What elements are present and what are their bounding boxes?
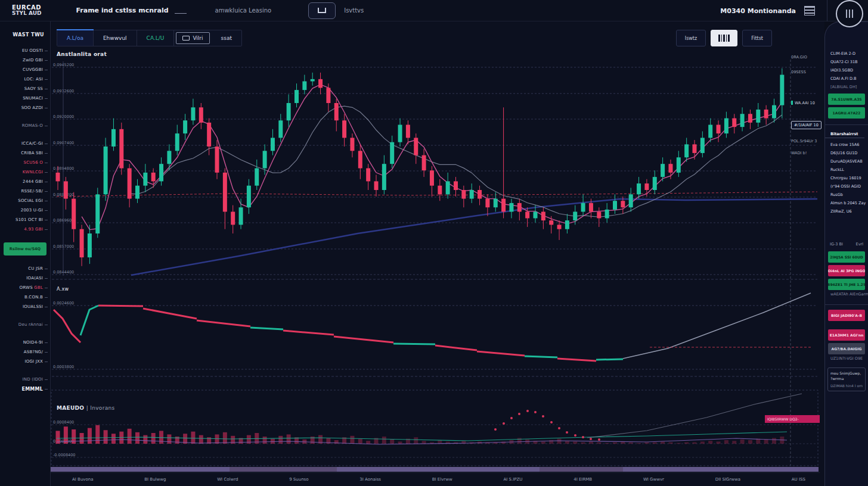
time-axis-label: DII SIGrwwa <box>715 477 740 482</box>
toolbar-barcode-button[interactable] <box>711 30 737 46</box>
panel-text: UZ1IN?I-VGI O9E <box>825 354 868 363</box>
price-label: 09SESS <box>791 70 806 74</box>
nav-item-secondary[interactable]: amwkluica Leasino <box>215 7 272 14</box>
watchlist-item[interactable]: IOA(ASI <box>0 273 50 283</box>
price-label: WA.AAI 10 <box>791 101 815 105</box>
panel-divider <box>825 304 868 305</box>
watchlist-item[interactable]: CRIBA SBI <box>0 148 50 158</box>
toolbar-left-button[interactable]: Iswtz <box>676 30 706 46</box>
time-axis-label: 9 Suunso <box>289 477 308 482</box>
watchlist-item[interactable]: NOID4-9I <box>0 338 50 347</box>
nav-input-underline[interactable] <box>175 8 187 14</box>
tab-1[interactable]: A.L/oa <box>57 30 94 46</box>
watchlist-item[interactable]: SAOY SS <box>0 84 50 94</box>
tab-3[interactable]: CA.L/U <box>137 30 175 46</box>
time-axis-label: AI S.IPZU <box>503 477 522 482</box>
watchlist-item[interactable]: S101 OCT BI <box>0 215 50 225</box>
pane3-label: MAEUDO | Invorans <box>57 405 114 411</box>
watchlist-item[interactable]: B.CON.B <box>0 292 50 302</box>
panel-text: RuckLL <box>825 166 868 174</box>
watchlist-item[interactable]: ZwID GBI <box>0 55 50 65</box>
watchlist-item[interactable]: ICCA/C-GI <box>0 139 50 148</box>
tab-5[interactable]: ssat <box>212 30 241 46</box>
watchlist-item[interactable]: SOCIAL EGI <box>0 196 50 205</box>
watchlist-item[interactable]: IOGI JXX <box>0 357 50 366</box>
svg-text:0.0894800: 0.0894800 <box>53 166 74 171</box>
watchlist-header: WAST TWU <box>0 32 50 38</box>
watchlist-item[interactable]: 2444 GBI <box>0 177 50 186</box>
time-axis-label: 3I Aonaiss <box>359 477 381 482</box>
logo-line2: STYL AUD <box>12 11 41 16</box>
panel-text: Almsn b 2045 Zay <box>825 199 868 207</box>
watchlist-item[interactable]: CUVGGBI <box>0 65 50 74</box>
watchlist-item[interactable]: CU JSR <box>0 264 50 273</box>
watchlist-action-button[interactable]: Rsilow ou/S4Q <box>4 242 46 256</box>
watchlist-item[interactable]: EU ODSTI <box>0 46 50 55</box>
account-grid-icon[interactable] <box>804 6 815 15</box>
panel-button-crimson[interactable]: Oi4nL AI 3PG iNGO <box>828 265 865 276</box>
chart-title: Anstlanlita orat <box>57 51 107 57</box>
tab-2[interactable]: Ehwwvul <box>94 30 137 46</box>
time-axis-label: WI Gwwvr <box>643 477 664 482</box>
order-panel: CLIM-EIA 2-DQUA?2-CI 31BIADI3.5GBDCDAI A… <box>824 21 868 486</box>
panel-button-green[interactable]: 1AGRU.47A22 <box>828 107 865 119</box>
watchlist-item[interactable]: SNUMACI <box>0 94 50 103</box>
time-axis-label: BI Bulwwg <box>144 477 166 482</box>
panel-text: CLIM-EIA 2-D <box>825 49 868 58</box>
pane2-label: A.xw <box>57 286 69 292</box>
tab-4[interactable]: Vilri <box>176 32 209 44</box>
watchlist-item[interactable]: IOUALSSI <box>0 302 50 311</box>
panel-text: RusGb <box>825 191 868 199</box>
panel-button-green[interactable]: B94ZE1 TI JHE 1.25 <box>828 279 865 290</box>
svg-text:0.0932600: 0.0932600 <box>53 89 74 94</box>
watchlist-item[interactable]: 4.93 GBI <box>0 225 50 234</box>
nav-item-primary[interactable]: Frame ind cstlss mcnrald <box>76 7 168 14</box>
panel-text: CDAI A.FI D.B <box>825 74 868 83</box>
panel-text: ZIIRwZ, U6 <box>825 207 868 216</box>
camera-icon <box>182 36 190 40</box>
watchlist-item[interactable]: IND (IDOI <box>0 375 50 384</box>
panel-note-box[interactable]: mou SnimjGuwp,?wrrmaDZIMAB hin4 I orn <box>827 367 866 391</box>
watchlist-item[interactable]: SCU56 O <box>0 158 50 167</box>
watchlist-item[interactable]: SOO AZDI <box>0 103 50 113</box>
watchlist-item[interactable]: 2003 U-GI <box>0 205 50 215</box>
chart-canvas[interactable]: 0.09452000.09326000.09200000.09074000.08… <box>51 51 820 472</box>
toolbar-right-button[interactable]: Fittst <box>742 30 772 46</box>
watchlist-item[interactable]: ROMAS-O <box>0 121 50 130</box>
svg-text:0.0920000: 0.0920000 <box>53 114 74 119</box>
watchlist-item[interactable]: Deu rAnnai <box>0 320 50 329</box>
panel-button-green[interactable]: 2IHJ5A SSI 60UD <box>828 251 865 263</box>
panel-text: Eva crow 15A6 <box>825 141 868 149</box>
panel-text: Chrcrgsu 16019 <box>825 174 868 182</box>
watchlist-item[interactable]: ASB?NG/ <box>0 347 50 357</box>
top-bar: EURCAD STYL AUD Frame ind cstlss mcnrald… <box>0 0 868 21</box>
time-axis: AI BuvonaBI BulwwgWI Colwrd9 Suunso3I Ao… <box>51 472 820 485</box>
watchlist-item[interactable]: EMMML <box>0 384 50 394</box>
svg-text:0.0945200: 0.0945200 <box>53 63 74 67</box>
price-label: #/1IA/AIF 10 <box>791 121 822 129</box>
trading-terminal: EURCAD STYL AUD Frame ind cstlss mcnrald… <box>0 0 868 486</box>
panel-small-row: IG-3 BIEvrl <box>825 239 868 249</box>
panel-section-header: Bitarshairrst <box>825 130 864 138</box>
panel-text: (r'94 OSSI AGID <box>825 182 868 191</box>
watchlist-item[interactable]: KWNLCGI <box>0 167 50 177</box>
panel-button-crimson[interactable]: BIGI JADI90'A-B <box>828 310 865 321</box>
avatar[interactable] <box>836 0 863 27</box>
price-label: 0RA.GIO <box>791 55 807 60</box>
watchlist-item[interactable]: ORWS GBL <box>0 283 50 292</box>
panel-button-crimson[interactable]: E1A3HM1 AGI'nn <box>828 329 865 341</box>
time-axis-label: BI Elvrww <box>432 477 452 482</box>
app-logo[interactable]: EURCAD STYL AUD <box>12 5 41 17</box>
watchlist-item[interactable]: LOC: ASI <box>0 74 50 84</box>
mode-toggle-button[interactable] <box>308 2 336 19</box>
panel-divider <box>825 124 868 125</box>
macd-value-tag: IQIBSIIRWW DQ2- <box>765 415 820 423</box>
chart-area[interactable]: 0.09452000.09326000.09200000.09074000.08… <box>51 51 820 472</box>
panel-text: [ALBIUAL DH] <box>825 83 868 91</box>
tool-label[interactable]: Isvttvs <box>344 7 364 14</box>
svg-text:0.0869600: 0.0869600 <box>53 218 74 223</box>
panel-button-gray[interactable]: AG?/BA.DAIGIG <box>828 343 865 354</box>
panel-button-green[interactable]: 7A.S1UWR.A3S <box>828 94 865 105</box>
account-name[interactable]: M0340 Montionanda <box>720 7 796 15</box>
watchlist-item[interactable]: RSSE/-5B/ <box>0 186 50 196</box>
